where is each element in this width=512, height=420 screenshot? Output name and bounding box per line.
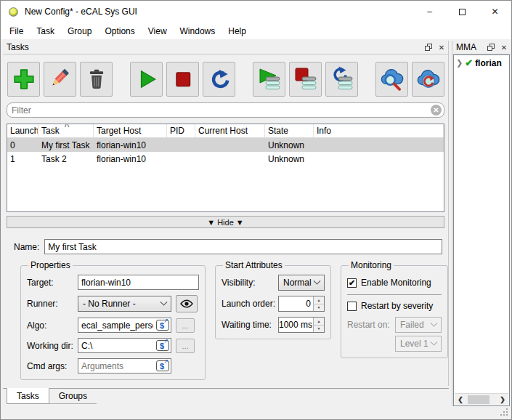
expand-env-vars-icon[interactable]: $↗ bbox=[156, 320, 169, 331]
hide-details-button[interactable]: ▼ Hide ▼ bbox=[7, 216, 444, 228]
filter-input[interactable] bbox=[7, 102, 444, 118]
working-dir-field: $↗ bbox=[78, 338, 171, 353]
tab-tasks[interactable]: Tasks bbox=[7, 388, 49, 404]
stop-tasks-button[interactable] bbox=[166, 62, 199, 97]
menu-view[interactable]: View bbox=[142, 24, 174, 39]
expand-env-vars-icon[interactable]: $↗ bbox=[156, 360, 169, 371]
delete-trash-icon bbox=[85, 68, 108, 91]
col-info[interactable]: Info bbox=[314, 124, 444, 137]
restart-by-severity-checkbox[interactable] bbox=[347, 302, 357, 311]
float-icon bbox=[487, 44, 495, 51]
col-current-host[interactable]: Current Host bbox=[195, 124, 265, 137]
menu-options[interactable]: Options bbox=[98, 24, 141, 39]
tree-item-host[interactable]: ❯ ✔ florian bbox=[454, 55, 509, 68]
maximize-button[interactable] bbox=[446, 1, 479, 23]
tab-groups[interactable]: Groups bbox=[49, 389, 97, 404]
name-label: Name: bbox=[14, 242, 39, 252]
waiting-time-value: 1000 ms bbox=[279, 318, 313, 332]
scroll-left-icon[interactable]: ❮ bbox=[455, 396, 466, 403]
restart-by-severity-label: Restart by severity bbox=[361, 301, 433, 311]
add-task-button[interactable] bbox=[7, 62, 40, 97]
chevron-down-icon bbox=[431, 319, 438, 326]
monitor-tasks-button[interactable] bbox=[375, 62, 408, 97]
start-selected-button[interactable] bbox=[253, 62, 285, 97]
expand-env-vars-icon[interactable]: $↗ bbox=[156, 340, 169, 351]
menu-windows[interactable]: Windows bbox=[174, 24, 222, 39]
delete-task-button[interactable] bbox=[80, 62, 113, 97]
target-input[interactable] bbox=[78, 275, 199, 290]
restart-level-select[interactable]: Level 1 bbox=[395, 336, 442, 352]
restart-on-select[interactable]: Failed bbox=[395, 317, 442, 333]
visibility-select[interactable]: Normal bbox=[278, 275, 325, 291]
restart-on-value: Failed bbox=[400, 320, 424, 330]
col-target-host[interactable]: Target Host bbox=[94, 124, 167, 137]
restart-level-value: Level 1 bbox=[400, 339, 428, 349]
stop-selected-icon bbox=[293, 66, 318, 92]
minimize-button[interactable]: – bbox=[413, 1, 446, 23]
cloud-search-icon bbox=[380, 67, 405, 92]
spin-up-icon[interactable]: ▲ bbox=[314, 318, 324, 326]
browse-algo-button[interactable]: ... bbox=[176, 318, 195, 333]
cloud-refresh-icon bbox=[416, 67, 441, 92]
clear-filter-icon[interactable]: ✕ bbox=[431, 105, 442, 116]
properties-group: Properties Target: Runner: - No Runner - bbox=[20, 260, 206, 380]
menu-help[interactable]: Help bbox=[222, 24, 253, 39]
title-bar: New Config* - eCAL Sys GUI – ✕ bbox=[1, 1, 511, 23]
scroll-right-icon[interactable]: ❯ bbox=[497, 396, 508, 403]
mma-dock-header: MMA ✕ bbox=[452, 41, 511, 54]
close-panel-button[interactable]: ✕ bbox=[497, 42, 511, 53]
restart-icon bbox=[208, 68, 231, 91]
menu-bar: File Task Group Options View Windows Hel… bbox=[1, 23, 511, 39]
launch-order-stepper[interactable]: 0 ▲▼ bbox=[278, 296, 325, 312]
horizontal-scrollbar[interactable]: ❮ ❯ bbox=[455, 393, 508, 405]
eye-icon bbox=[180, 299, 193, 308]
table-row[interactable]: 0 My first Task florian-win10 Unknown bbox=[7, 138, 444, 152]
close-button[interactable]: ✕ bbox=[479, 1, 511, 23]
resize-grip[interactable] bbox=[500, 408, 508, 416]
spin-down-icon[interactable]: ▼ bbox=[314, 326, 324, 333]
divider bbox=[347, 294, 442, 295]
view-runner-button[interactable] bbox=[176, 295, 198, 312]
float-panel-button[interactable] bbox=[422, 42, 435, 53]
window-title: New Config* - eCAL Sys GUI bbox=[25, 7, 413, 17]
cell-launch: 1 bbox=[7, 154, 38, 164]
float-panel-button[interactable] bbox=[484, 42, 497, 53]
properties-title: Properties bbox=[28, 260, 73, 270]
restart-tasks-button[interactable] bbox=[203, 62, 235, 97]
restart-selected-button[interactable] bbox=[325, 62, 358, 97]
close-panel-button[interactable]: ✕ bbox=[435, 42, 448, 53]
col-state[interactable]: State bbox=[265, 124, 314, 137]
name-input[interactable] bbox=[44, 239, 442, 254]
table-row[interactable]: 1 Task 2 florian-win10 Unknown bbox=[7, 152, 444, 166]
col-launch[interactable]: Launch bbox=[7, 124, 38, 137]
waiting-time-stepper[interactable]: 1000 ms ▲▼ bbox=[278, 317, 325, 333]
col-task[interactable]: Taskᐱ bbox=[38, 124, 94, 137]
expand-arrow-icon[interactable]: ❯ bbox=[456, 58, 463, 68]
update-from-cloud-button[interactable] bbox=[412, 62, 444, 97]
restart-selected-icon bbox=[330, 66, 354, 92]
cell-state: Unknown bbox=[265, 140, 314, 150]
spin-up-icon[interactable]: ▲ bbox=[314, 296, 324, 304]
stop-selected-button[interactable] bbox=[289, 62, 322, 97]
bottom-tab-bar: Tasks Groups bbox=[3, 388, 449, 405]
runner-select[interactable]: - No Runner - bbox=[78, 296, 171, 312]
task-table-header: Launch Taskᐱ Target Host PID Current Hos… bbox=[7, 124, 444, 138]
start-tasks-button[interactable] bbox=[130, 62, 163, 97]
menu-task[interactable]: Task bbox=[30, 24, 61, 39]
menu-group[interactable]: Group bbox=[61, 24, 98, 39]
browse-working-dir-button[interactable]: ... bbox=[176, 339, 195, 353]
enable-monitoring-checkbox[interactable]: ✔ bbox=[347, 278, 357, 288]
launch-order-label: Launch order: bbox=[222, 299, 277, 309]
edit-task-button[interactable] bbox=[44, 62, 76, 97]
stop-icon bbox=[171, 68, 195, 91]
cmd-args-field: $↗ bbox=[78, 358, 171, 373]
scrollbar-thumb[interactable] bbox=[468, 395, 489, 404]
col-pid[interactable]: PID bbox=[167, 124, 195, 137]
menu-file[interactable]: File bbox=[3, 24, 30, 39]
name-row: Name: bbox=[14, 239, 442, 254]
toolbar-group-selected bbox=[253, 62, 358, 97]
spin-down-icon[interactable]: ▼ bbox=[314, 304, 324, 312]
toolbar-group-edit bbox=[7, 62, 113, 97]
cmd-args-label: Cmd args: bbox=[27, 361, 73, 371]
app-icon bbox=[9, 7, 18, 17]
